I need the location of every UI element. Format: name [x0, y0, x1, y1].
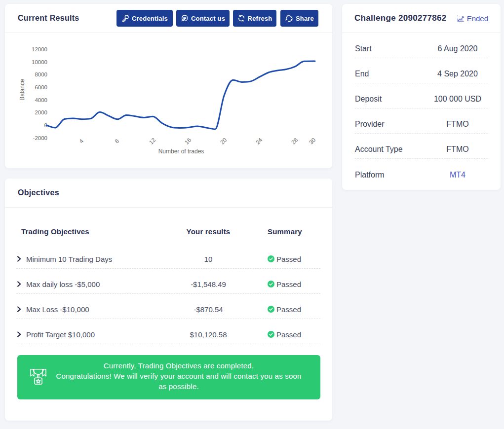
- svg-text:24: 24: [255, 137, 264, 145]
- svg-text:8: 8: [114, 138, 120, 144]
- svg-text:16: 16: [184, 137, 193, 145]
- svg-text:4: 4: [78, 138, 84, 144]
- svg-text:4000: 4000: [35, 97, 47, 103]
- svg-text:12: 12: [148, 137, 157, 145]
- svg-text:8000: 8000: [35, 72, 47, 77]
- svg-text:20: 20: [219, 137, 228, 145]
- svg-text:28: 28: [290, 137, 299, 145]
- svg-text:Number of trades: Number of trades: [158, 148, 204, 155]
- svg-text:10000: 10000: [32, 59, 47, 65]
- svg-text:6000: 6000: [35, 84, 47, 90]
- svg-text:2000: 2000: [35, 109, 47, 115]
- svg-text:30: 30: [308, 137, 317, 145]
- svg-text:Balance: Balance: [19, 79, 26, 101]
- svg-text:12000: 12000: [32, 46, 47, 52]
- svg-text:-2000: -2000: [33, 135, 47, 141]
